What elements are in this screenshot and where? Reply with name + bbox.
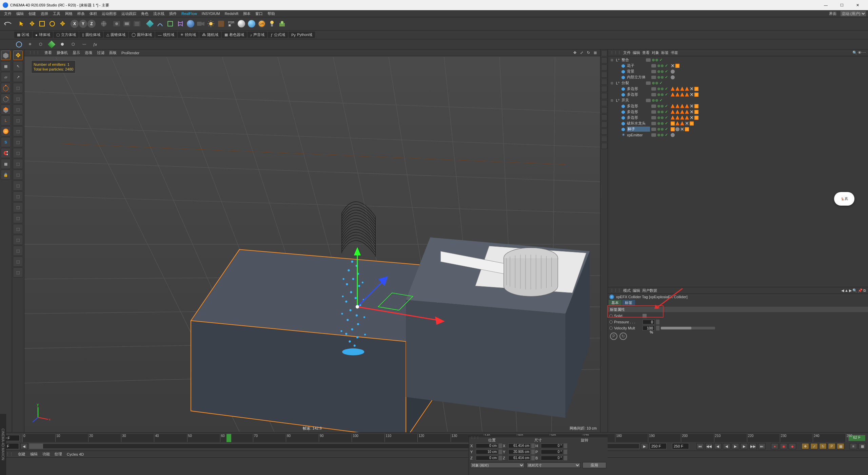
axis-y-toggle[interactable]: Y: [79, 20, 87, 28]
coord-apply-button[interactable]: 应用: [583, 462, 606, 468]
shelf-icon[interactable]: ✳: [25, 40, 35, 49]
tree-row[interactable]: 多边形✓: [609, 115, 867, 120]
snap-tool[interactable]: ⬚: [13, 126, 23, 136]
side-tool[interactable]: [601, 50, 607, 56]
goto-start-button[interactable]: ⏮: [696, 443, 704, 449]
snap-toggle[interactable]: 🧲: [1, 148, 11, 158]
polygon-mode[interactable]: [1, 104, 11, 115]
menu-item[interactable]: 创建: [26, 11, 38, 17]
size-input[interactable]: 61.414 cm: [508, 456, 531, 460]
viewport-3d[interactable]: Number of emitters: 1 Total live particl…: [24, 56, 600, 432]
edge-mode[interactable]: [1, 94, 11, 104]
tree-row[interactable]: 背景✓: [609, 69, 867, 74]
object-name[interactable]: 花子: [627, 63, 650, 68]
menu-item[interactable]: 样条: [75, 11, 87, 17]
menu-item[interactable]: 窗口: [253, 11, 265, 17]
tree-row[interactable]: ⊟L°整合✓: [609, 57, 867, 63]
pos-input[interactable]: 0 cm: [476, 443, 498, 448]
tag-warn-icon[interactable]: [675, 121, 679, 126]
tag-x-icon[interactable]: [680, 127, 684, 131]
tag-chk-icon[interactable]: [694, 116, 698, 120]
pos-input[interactable]: 0 cm: [476, 456, 498, 460]
autokey-button[interactable]: ◉: [780, 443, 787, 449]
om-menu[interactable]: 文件: [623, 50, 631, 55]
layer-swatch[interactable]: [651, 76, 656, 79]
psr-button[interactable]: PSR▣: [226, 19, 236, 28]
enable-check-icon[interactable]: ✓: [665, 121, 668, 126]
bottom-tab[interactable]: 编辑: [30, 452, 38, 457]
attr-menu[interactable]: 编辑: [633, 288, 640, 293]
vp-menu[interactable]: 摄像机: [55, 50, 70, 56]
visibility-dots[interactable]: [657, 105, 664, 108]
side-tool[interactable]: [601, 136, 607, 142]
side-tool[interactable]: [601, 57, 607, 63]
layer-swatch[interactable]: [651, 133, 656, 137]
enable-check-icon[interactable]: ✓: [665, 63, 668, 68]
tl-step[interactable]: ◀: [20, 443, 28, 449]
texture-mode[interactable]: ▦: [1, 61, 11, 71]
bottom-tab[interactable]: Cycles 4D: [67, 452, 84, 456]
attr-new-icon[interactable]: ⧉: [863, 288, 866, 293]
side-tool[interactable]: [601, 79, 607, 85]
tag-warn-icon[interactable]: [685, 93, 689, 97]
menu-item[interactable]: INSYDIUM: [200, 11, 222, 16]
field-item[interactable]: ● 球体域: [33, 32, 53, 38]
spline-pen-button[interactable]: [155, 19, 165, 28]
menu-item-realflow[interactable]: RealFlow: [179, 11, 199, 16]
play-button[interactable]: ▶: [732, 443, 739, 449]
attr-search-icon[interactable]: 🔍: [852, 288, 857, 293]
layer-swatch[interactable]: [651, 128, 656, 131]
velocity-slider[interactable]: [661, 327, 715, 329]
enable-check-icon[interactable]: ✓: [665, 104, 668, 108]
object-name[interactable]: 多边形: [627, 92, 650, 97]
rot-input[interactable]: 0 °: [541, 443, 563, 448]
menu-item[interactable]: 工具: [51, 11, 62, 17]
light-button[interactable]: [206, 19, 216, 28]
toolbar-icon[interactable]: [216, 19, 226, 28]
attr-circle-btn[interactable]: ↻: [619, 332, 627, 340]
deformer-button[interactable]: [176, 19, 185, 28]
prev-frame-button[interactable]: ◀: [714, 443, 722, 449]
spinner[interactable]: [564, 443, 567, 448]
snap-tool[interactable]: ⬚: [13, 256, 23, 267]
object-name[interactable]: 多边形: [627, 115, 650, 120]
enable-check-icon[interactable]: ✓: [659, 58, 663, 62]
undo-button[interactable]: [2, 19, 14, 28]
toolbar-sphere-3[interactable]: OR: [257, 19, 267, 28]
anim-ring-icon[interactable]: [609, 314, 613, 318]
side-tool[interactable]: [601, 64, 607, 71]
snap-tool[interactable]: ⬚: [13, 115, 23, 126]
om-filter-icon[interactable]: ⋯: [862, 51, 866, 55]
layer-swatch[interactable]: [651, 104, 656, 108]
attr-menu[interactable]: 用户数据: [642, 288, 657, 293]
tag-dot-icon[interactable]: [671, 75, 675, 79]
minimize-button[interactable]: —: [818, 0, 833, 10]
tag-warn-icon[interactable]: [671, 93, 675, 97]
snap-tool[interactable]: ⬚: [13, 246, 23, 256]
object-name[interactable]: 破坏水龙头: [627, 121, 650, 126]
shelf-icon[interactable]: [14, 40, 24, 49]
bottom-tab[interactable]: 功能: [42, 452, 50, 457]
snap-tool[interactable]: ⬚: [13, 159, 23, 169]
tree-row[interactable]: 多边形✓: [609, 86, 867, 92]
field-item[interactable]: ▦ 区域: [14, 32, 32, 38]
field-item[interactable]: ♪ 声音域: [248, 32, 268, 38]
field-item[interactable]: △ 圆锥体域: [104, 32, 128, 38]
lock-tool[interactable]: 🔒: [1, 170, 11, 180]
tag-warn-icon[interactable]: [680, 87, 684, 91]
menu-item[interactable]: 运动跟踪: [119, 11, 138, 17]
vp-menu[interactable]: 选项: [83, 50, 94, 56]
enable-check-icon[interactable]: ✓: [665, 92, 668, 97]
spinner[interactable]: [564, 450, 567, 454]
layer-swatch[interactable]: [651, 110, 656, 114]
object-name[interactable]: 多边形: [627, 86, 650, 91]
record-button[interactable]: ●: [771, 443, 778, 449]
attr-nav-back[interactable]: ◀: [841, 288, 844, 293]
object-tree[interactable]: ⊟L°整合✓花子✓背景✓内部立方体✓⊟L°分裂✓多边形✓多边形✓⊟L°开关✓多边…: [608, 56, 868, 287]
tag-x-icon[interactable]: [690, 110, 694, 114]
menu-item[interactable]: 帮助: [265, 11, 277, 17]
generator-button[interactable]: [165, 19, 175, 28]
axis-mode[interactable]: L: [1, 115, 11, 126]
tag-x-icon[interactable]: [671, 64, 675, 68]
shelf-icon[interactable]: ⬢: [58, 40, 67, 49]
